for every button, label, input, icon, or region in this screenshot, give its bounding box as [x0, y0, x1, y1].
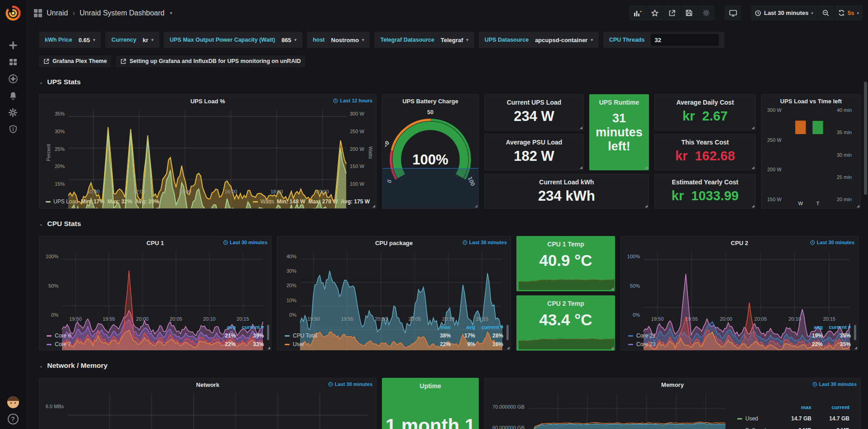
- external-link-icon: [120, 58, 126, 64]
- chevron-down-icon: ▾: [591, 38, 593, 42]
- panel-cpu-2: CPU 2 Last 30 minutes 100%50%0% 19:5019:…: [620, 236, 858, 351]
- zoom-out-button[interactable]: [817, 5, 834, 20]
- legend-series-name[interactable]: Core 6: [47, 333, 211, 339]
- panel-cpu2-temp[interactable]: CPU 2 Temp 43.4 °C: [516, 295, 615, 351]
- panel-header[interactable]: UPS Load % Last 12 hours: [39, 95, 376, 107]
- panel-header[interactable]: Memory Last 30 minutes: [485, 378, 860, 391]
- chevron-down-icon: ⌄: [39, 221, 43, 227]
- x-axis-ticks: W T: [785, 201, 833, 207]
- legend-header-max[interactable]: max: [426, 324, 451, 330]
- dashboards-grid-icon[interactable]: [5, 56, 21, 68]
- variable-kwh-price[interactable]: kWh Price 0.65▾: [39, 32, 101, 48]
- legend-header-current[interactable]: current ▾: [475, 324, 503, 330]
- section-ups-stats[interactable]: ⌄ UPS Stats: [39, 76, 863, 88]
- dashboard-grid-icon: [34, 9, 42, 17]
- memory-chart[interactable]: [528, 394, 725, 429]
- panel-this-years-cost[interactable]: This Years Cost kr 162.68: [654, 134, 756, 170]
- variable-currency[interactable]: Currency kr▾: [105, 32, 159, 48]
- clock-icon: [812, 382, 817, 387]
- section-cpu-stats[interactable]: ⌄ CPU Stats: [39, 218, 863, 230]
- panel-estimated-yearly-cost[interactable]: Estimated Yearly Cost kr 1033.99: [654, 174, 756, 209]
- legend-series-name[interactable]: Core 7: [47, 341, 211, 347]
- panel-current-load-kwh[interactable]: Current Load kWh 234 kWh: [484, 174, 649, 209]
- share-button[interactable]: [663, 5, 680, 20]
- ups-bar-chart[interactable]: [785, 110, 833, 134]
- legend-header-avg[interactable]: avg: [451, 324, 475, 330]
- time-range-picker[interactable]: Last 30 minutes ▾: [751, 5, 817, 20]
- link-grafana-plex-theme[interactable]: Grafana Plex Theme: [39, 55, 111, 67]
- panel-time-override[interactable]: Last 30 minutes: [328, 381, 372, 387]
- legend-header-avg[interactable]: avg: [798, 324, 823, 330]
- panel-time-override[interactable]: Last 30 minutes: [223, 240, 267, 245]
- legend-series-name[interactable]: Used: [737, 415, 773, 422]
- panel-time-override[interactable]: Last 30 minutes: [810, 240, 854, 245]
- network-chart[interactable]: [67, 394, 368, 429]
- link-grafana-influxdb-ups-guide[interactable]: Setting up Grafana and InfluxDB for UPS …: [116, 55, 305, 67]
- refresh-interval-label[interactable]: 5s: [848, 10, 854, 16]
- legend-header-avg[interactable]: avg: [211, 324, 236, 330]
- clock-icon: [755, 10, 761, 16]
- save-button[interactable]: [681, 5, 697, 20]
- dashboard-links: Grafana Plex Theme Setting up Grafana an…: [39, 55, 863, 67]
- configuration-gear-icon[interactable]: [5, 106, 21, 118]
- x-axis-ticks: 10:0012:0014:0016:0018:0020:00: [68, 189, 346, 196]
- grafana-logo-icon[interactable]: [0, 0, 26, 26]
- settings-gear-button[interactable]: [698, 5, 715, 20]
- panel-header[interactable]: UPS Battery Charge: [382, 95, 478, 107]
- add-panel-button[interactable]: [629, 5, 646, 20]
- create-plus-icon[interactable]: [5, 39, 21, 51]
- variable-host[interactable]: host Nostromo▾: [307, 32, 370, 48]
- panel-current-ups-load[interactable]: Current UPS Load 234 W: [484, 94, 584, 130]
- scrollbar-thumb[interactable]: [864, 82, 867, 195]
- legend-header-current[interactable]: current ▾: [823, 324, 851, 330]
- panel-header[interactable]: Network Last 30 minutes: [39, 378, 376, 391]
- legend-scrollbar[interactable]: [506, 325, 509, 340]
- y-axis-ticks-left: 35%30%25%20%15%: [42, 110, 65, 188]
- breadcrumb[interactable]: Unraid › Unraid System Dashboard ▾: [34, 9, 172, 18]
- external-link-icon: [43, 58, 49, 64]
- legend-series-name[interactable]: Core 21: [628, 333, 798, 339]
- legend-header-current[interactable]: current ▾: [236, 324, 264, 330]
- variable-ups-max-output[interactable]: UPS Max Output Power Capacity (Watt) 865…: [164, 32, 302, 48]
- legend-header-max[interactable]: max: [773, 405, 811, 410]
- legend-series-name[interactable]: Buffered: [737, 427, 773, 429]
- refresh-button[interactable]: 5s ▾: [835, 5, 863, 20]
- panel-header[interactable]: CPU 1 Last 30 minutes: [39, 236, 271, 249]
- star-button[interactable]: [646, 5, 663, 20]
- panel-uptime[interactable]: Uptime 1 month 1: [382, 378, 479, 429]
- legend-scrollbar[interactable]: [854, 325, 856, 340]
- panel-header[interactable]: CPU package Last 30 minutes: [277, 236, 510, 249]
- panel-average-daily-cost[interactable]: Average Daily Cost kr 2.67: [654, 94, 756, 130]
- breadcrumb-page[interactable]: Unraid System Dashboard: [80, 9, 165, 17]
- legend-series-name[interactable]: User: [285, 341, 426, 347]
- cpu-threads-input[interactable]: [651, 34, 719, 46]
- legend-scrollbar[interactable]: [267, 325, 269, 340]
- legend-series-name[interactable]: Core 23: [628, 341, 798, 347]
- section-network-memory[interactable]: ⌄ Network / Memory: [39, 360, 863, 371]
- topbar: Unraid › Unraid System Dashboard ▾: [26, 0, 868, 26]
- legend-header-current[interactable]: current: [811, 405, 849, 410]
- variable-telegraf-datasource[interactable]: Telegraf Datasource Telegraf▾: [374, 32, 474, 48]
- panel-time-override[interactable]: Last 12 hours: [333, 98, 372, 103]
- breadcrumb-app[interactable]: Unraid: [47, 9, 68, 17]
- panel-time-override[interactable]: Last 30 minutes: [812, 381, 857, 387]
- y-axis-label-right: Watts: [368, 144, 373, 162]
- panel-cpu1-temp[interactable]: CPU 1 Temp 40.9 °C: [516, 236, 615, 291]
- panel-ups-runtime[interactable]: UPS Runtime 31 minutes left!: [589, 94, 649, 170]
- explore-compass-icon[interactable]: [5, 73, 21, 85]
- legend-series-name[interactable]: CPU Total: [285, 333, 426, 339]
- clock-icon: [328, 382, 333, 387]
- alerting-bell-icon[interactable]: [5, 90, 21, 101]
- server-admin-shield-icon[interactable]: [5, 123, 21, 135]
- panel-average-psu-load[interactable]: Average PSU Load 182 W: [484, 134, 584, 170]
- user-avatar[interactable]: [7, 396, 19, 408]
- panel-time-override[interactable]: Last 30 minutes: [463, 240, 507, 245]
- panel-header[interactable]: UPS Load vs Time left: [762, 95, 860, 107]
- chevron-down-icon: ⌄: [39, 363, 43, 369]
- help-icon[interactable]: ?: [8, 414, 19, 424]
- cycle-view-monitor-button[interactable]: [725, 5, 741, 20]
- variable-ups-datasource[interactable]: UPS Datasource apcupsd-container▾: [479, 32, 599, 48]
- page-scrollbar[interactable]: [863, 0, 868, 429]
- panel-header[interactable]: CPU 2 Last 30 minutes: [621, 236, 858, 249]
- time-range-label: Last 30 minutes: [764, 10, 808, 16]
